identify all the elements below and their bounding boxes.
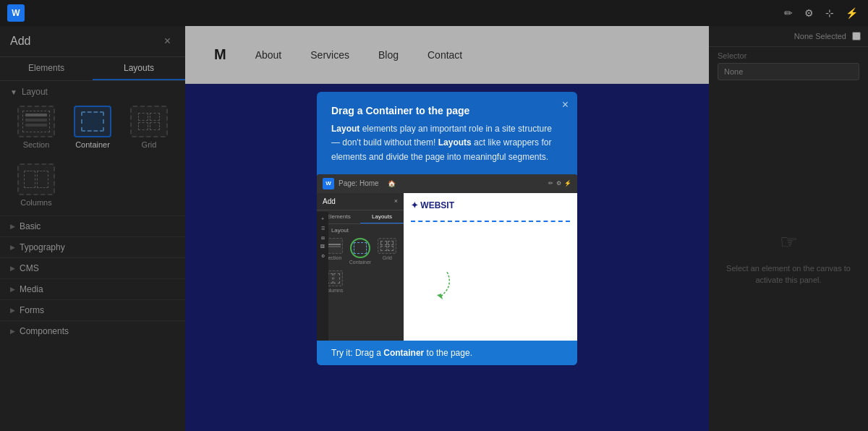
modal-bottom-bar: Try it: Drag a Container to the page. (317, 341, 577, 365)
mini-add-header: Add × (317, 193, 404, 210)
mini-side-icons: + ☰ ⊞ 🖼 ⚙ (317, 212, 328, 341)
mini-close: × (394, 197, 398, 205)
share-icon[interactable]: ⊹ (822, 4, 837, 22)
mini-grid-item: Grid (375, 238, 399, 265)
mini-tabs: Elements Layouts (317, 210, 404, 224)
mini-preview-bar: W Page: Home 🏠 ✏ ⚙ ⚡ (317, 174, 577, 193)
mini-grid: Section Container (317, 236, 404, 266)
mini-page-label: Page: Home (339, 179, 379, 187)
mini-container-item: Container (348, 238, 372, 265)
pencil-icon[interactable]: ✏ (781, 4, 796, 22)
gear-icon[interactable]: ⚙ (801, 4, 817, 22)
mini-preview: W Page: Home 🏠 ✏ ⚙ ⚡ Add × (317, 174, 577, 341)
mini-website-text: ✦ WEBSIT (404, 193, 577, 218)
curved-arrow (411, 265, 454, 301)
top-bar-actions: ✏ ⚙ ⊹ ⚡ (781, 4, 861, 22)
svg-marker-0 (437, 294, 443, 299)
modal-body: Layout elements play an important role i… (331, 122, 563, 164)
mini-grid-row2: Columns (317, 269, 404, 294)
modal-overlay: × Drag a Container to the page Layout el… (0, 26, 868, 431)
mini-left-panel: Add × Elements Layouts ▼ Layout (317, 193, 404, 341)
modal-title: Drag a Container to the page (331, 105, 563, 116)
mini-grid-icon (378, 238, 396, 254)
mini-logo: W (323, 178, 334, 189)
mini-container-icon (350, 238, 370, 258)
main-layout: Add × Elements Layouts ▼ Layout S (0, 26, 868, 431)
mini-section-header: ▼ Layout (317, 224, 404, 236)
mini-bar-right: ✏ ⚙ ⚡ (548, 180, 571, 187)
modal-body-bold2: Layouts (438, 137, 472, 148)
modal-body-bold1: Layout (331, 124, 359, 134)
tooltip-modal: × Drag a Container to the page Layout el… (317, 92, 577, 365)
mini-home-icon: 🏠 (388, 180, 396, 187)
modal-close-button[interactable]: × (562, 99, 569, 111)
app-logo: W (7, 4, 25, 22)
mini-tab-layouts: Layouts (360, 210, 404, 223)
mini-dashed-line (411, 221, 570, 222)
lightning-icon[interactable]: ⚡ (843, 4, 861, 22)
top-bar: W ✏ ⚙ ⊹ ⚡ (0, 0, 868, 26)
